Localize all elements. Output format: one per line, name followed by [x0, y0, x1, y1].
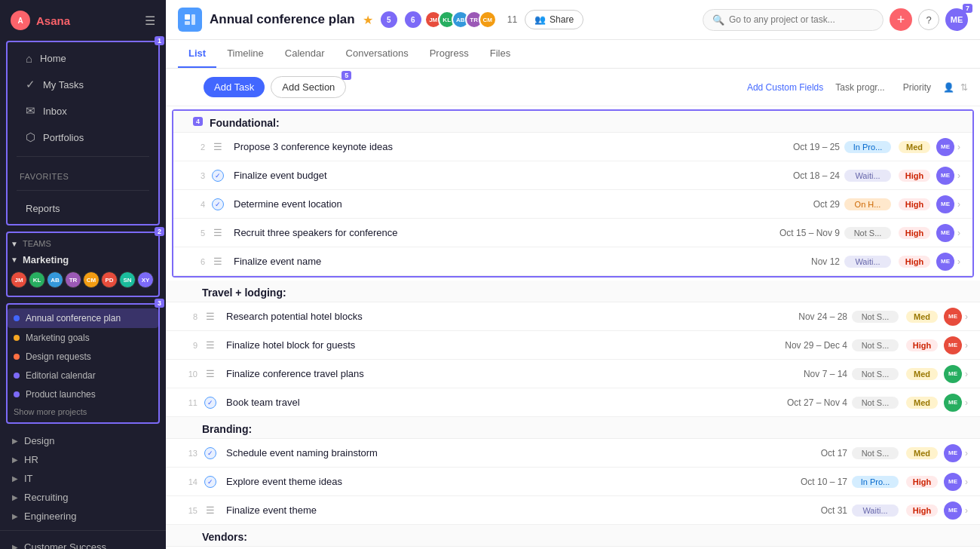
task-expand-icon[interactable]: › — [957, 142, 960, 152]
add-section-label: Add Section — [282, 81, 335, 93]
status-badge: Not S... — [852, 339, 899, 351]
team-hr-label: HR — [24, 454, 38, 465]
sidebar-divider2 — [17, 190, 149, 191]
task-row[interactable]: 10☰Finalize conference travel plansNov 7… — [166, 360, 980, 388]
sidebar-divider — [17, 156, 149, 157]
task-row[interactable]: 5☰Recruit three speakers for conferenceO… — [173, 219, 972, 247]
task-expand-icon[interactable]: › — [965, 311, 968, 322]
task-name: Determine event location — [231, 192, 757, 216]
tab-files[interactable]: Files — [479, 40, 521, 68]
tab-progress[interactable]: Progress — [419, 40, 479, 68]
task-assignee: ME — [944, 394, 962, 412]
add-custom-fields-link[interactable]: Add Custom Fields — [747, 82, 823, 93]
task-expand-icon[interactable]: › — [965, 369, 968, 379]
share-button[interactable]: 👥 Share — [525, 10, 583, 29]
team-engineering[interactable]: ▶ Engineering — [9, 507, 157, 526]
section-title-vendors: Vendors: — [202, 531, 247, 543]
task-row[interactable]: 9☰Finalize hotel block for guestsNov 29 … — [166, 331, 980, 360]
section-header-vendors: Vendors: — [166, 525, 980, 547]
team-hr[interactable]: ▶ HR — [9, 450, 157, 469]
tab-conversations[interactable]: Conversations — [335, 40, 419, 68]
sidebar-item-reports[interactable]: Reports — [14, 197, 152, 220]
task-row[interactable]: 15☰Finalize event themeOct 31Waiti...Hig… — [166, 496, 980, 525]
add-section-button[interactable]: Add Section 5 — [271, 76, 346, 98]
task-assignee: ME — [936, 167, 954, 185]
tab-calendar[interactable]: Calendar — [274, 40, 335, 68]
user-avatar-top[interactable]: ME 7 — [945, 8, 968, 31]
priority-header[interactable]: Priority — [897, 82, 937, 93]
task-date: Oct 29 — [757, 199, 840, 210]
tabbar: List Timeline Calendar Conversations Pro… — [166, 40, 980, 69]
project-item-product[interactable]: Product launches — [8, 385, 158, 403]
task-name: Finalize event budget — [231, 164, 757, 187]
row-number: 14 — [178, 477, 198, 486]
tab-timeline[interactable]: Timeline — [216, 40, 274, 68]
task-row[interactable]: 13✓Schedule event naming brainstormOct 1… — [166, 439, 980, 468]
person-icon[interactable]: 👤 — [943, 82, 954, 93]
team-customer-success[interactable]: ▶ Customer Success — [9, 537, 157, 549]
main-content: Annual conference plan ★ 5 6 JM KL AB TR… — [166, 0, 980, 549]
project-item-editorial[interactable]: Editorial calendar — [8, 367, 158, 385]
task-row[interactable]: 2☰Propose 3 conference keynote ideasOct … — [173, 133, 972, 161]
star-icon[interactable]: ★ — [363, 13, 373, 27]
task-assignee: ME — [944, 365, 962, 383]
task-row[interactable]: 3✓Finalize event budgetOct 18 – 24Waiti.… — [173, 161, 972, 190]
project-dot-design — [14, 354, 20, 360]
row-number: 2 — [185, 143, 205, 152]
sidebar-item-home[interactable]: ⌂ Home — [14, 46, 152, 71]
project-item-marketing[interactable]: Marketing goals — [8, 329, 158, 347]
task-expand-icon[interactable]: › — [957, 170, 960, 181]
search-bar: 🔍 — [703, 9, 884, 31]
avatar-4: TR — [65, 271, 81, 288]
project-item-annual[interactable]: Annual conference plan ··· — [8, 308, 158, 328]
task-row[interactable]: 8☰Research potential hotel blocksNov 24 … — [166, 302, 980, 331]
hamburger-icon[interactable]: ☰ — [145, 14, 155, 28]
sidebar-bottom: ▶ Customer Success ▶ Sales — [0, 530, 166, 549]
show-more-projects[interactable]: Show more projects — [8, 404, 158, 419]
team-it[interactable]: ▶ IT — [9, 469, 157, 488]
project-item-design[interactable]: Design requests — [8, 348, 158, 366]
tab-list[interactable]: List — [178, 40, 216, 68]
task-expand-icon[interactable]: › — [957, 256, 960, 267]
task-row[interactable]: 11✓Book team travelOct 27 – Nov 4Not S..… — [166, 388, 980, 417]
sidebar-item-mytasks[interactable]: ✓ My Tasks — [14, 72, 152, 97]
team-header[interactable]: ▼ Teams — [8, 236, 158, 251]
task-date: Oct 19 – 25 — [757, 142, 840, 152]
chevron-down-icon2: ▼ — [11, 256, 18, 264]
chevron-down-icon: ▼ — [11, 240, 18, 248]
sidebar-item-portfolios[interactable]: ⬡ Portfolios — [14, 124, 152, 150]
sort-icon[interactable]: ⇅ — [960, 82, 968, 93]
task-row[interactable]: 4✓Determine event locationOct 29On H...H… — [173, 190, 972, 219]
project-icon — [178, 8, 202, 32]
task-icon: ☰ — [204, 339, 217, 352]
priority-badge: High — [899, 198, 930, 210]
team-design[interactable]: ▶ Design — [9, 431, 157, 450]
task-row[interactable]: 6☰Finalize event nameNov 12Waiti...HighM… — [173, 247, 972, 276]
search-input[interactable] — [729, 14, 865, 25]
row-number: 11 — [178, 398, 198, 407]
sidebar-item-inbox[interactable]: ✉ Inbox — [14, 98, 152, 124]
row-number: 10 — [178, 370, 198, 379]
task-row[interactable]: 14✓Explore event theme ideasOct 10 – 17I… — [166, 468, 980, 496]
team-recruiting[interactable]: ▶ Recruiting — [9, 488, 157, 507]
task-expand-icon[interactable]: › — [957, 228, 960, 238]
sidebar-item-portfolios-label: Portfolios — [43, 132, 84, 143]
task-area: Add Task Add Section 5 Add Custom Fields… — [166, 69, 980, 549]
add-task-button[interactable]: Add Task — [204, 77, 265, 97]
task-assignee: ME — [936, 195, 954, 213]
task-expand-icon[interactable]: › — [965, 505, 968, 516]
task-expand-icon[interactable]: › — [957, 199, 960, 210]
priority-badge: High — [899, 256, 930, 268]
marketing-team[interactable]: ▼ Marketing — [8, 251, 158, 268]
task-progress-header[interactable]: Task progr... — [829, 82, 890, 93]
add-button[interactable]: + — [890, 8, 912, 31]
help-button[interactable]: ? — [918, 9, 939, 30]
task-expand-icon[interactable]: › — [965, 340, 968, 351]
task-expand-icon[interactable]: › — [965, 448, 968, 459]
task-date: Oct 27 – Nov 4 — [764, 397, 847, 408]
task-expand-icon[interactable]: › — [965, 397, 968, 408]
task-expand-icon[interactable]: › — [965, 477, 968, 487]
status-badge: Not S... — [852, 311, 899, 323]
task-name: Research potential hotel blocks — [223, 305, 764, 328]
task-name: Finalize conference travel plans — [223, 362, 764, 385]
